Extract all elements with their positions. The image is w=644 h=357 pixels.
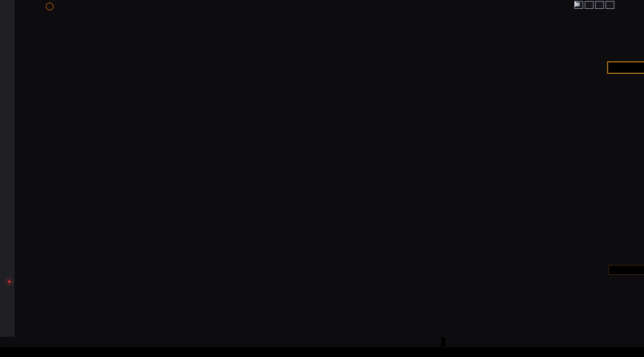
chart-title <box>43 3 54 11</box>
rsi-indicator-row <box>43 279 68 286</box>
axis-left-icon[interactable] <box>585 1 594 9</box>
candlestick-chart[interactable] <box>0 0 644 357</box>
toolbar-spacer <box>0 347 8 357</box>
chart-workspace <box>0 0 644 357</box>
macd-last-badge <box>609 265 644 275</box>
x-axis-strip <box>0 337 644 347</box>
chart-tool-icons <box>574 1 614 9</box>
last-price-badge <box>607 61 644 74</box>
axis-right-icon[interactable] <box>595 1 604 9</box>
add-compare-icon[interactable] <box>46 3 54 10</box>
axis-shift-icon[interactable] <box>606 1 614 9</box>
macd-indicator-row <box>43 208 68 216</box>
date-badge <box>441 337 445 347</box>
indicator-toolbar <box>0 347 644 357</box>
